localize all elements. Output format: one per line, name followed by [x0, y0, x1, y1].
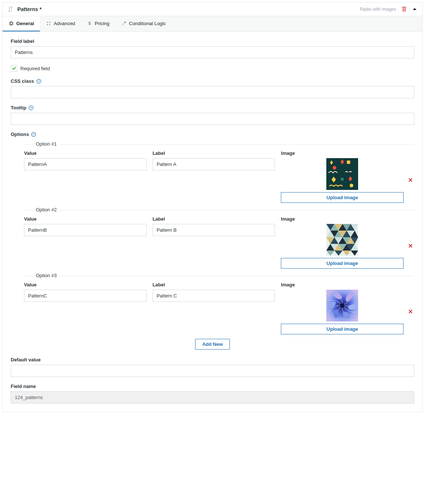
- tooltip-caption: Tooltip: [11, 105, 26, 110]
- image-caption: Image: [281, 150, 295, 156]
- tab-label: General: [16, 21, 34, 26]
- svg-text:?: ?: [38, 79, 40, 83]
- option-block: Option #2 Value Label Image: [24, 210, 414, 269]
- value-caption: Value: [24, 282, 147, 287]
- field-label-caption: Field label: [11, 38, 414, 44]
- tab-conditional-logic[interactable]: Conditional Logic: [115, 16, 172, 31]
- tab-content: Field label Required field CSS class ? T…: [3, 32, 422, 412]
- svg-text:$: $: [89, 21, 91, 25]
- option-label-input[interactable]: [153, 224, 275, 236]
- svg-point-15: [350, 184, 353, 187]
- dollar-icon: $: [87, 21, 92, 26]
- tab-label: Conditional Logic: [129, 21, 166, 26]
- sliders-icon: [46, 21, 51, 26]
- svg-point-0: [47, 22, 48, 23]
- wand-icon: [121, 21, 127, 26]
- remove-option-icon[interactable]: ✕: [407, 242, 414, 249]
- svg-point-21: [334, 309, 339, 318]
- upload-image-button[interactable]: Upload image: [281, 192, 404, 203]
- tab-pricing[interactable]: $ Pricing: [81, 16, 115, 31]
- option-thumbnail: [326, 290, 358, 321]
- option-label-input[interactable]: [153, 290, 275, 302]
- field-editor-panel: Patterns * Radio with images General Adv…: [2, 2, 423, 412]
- svg-text:?: ?: [30, 106, 32, 109]
- css-class-input[interactable]: [11, 86, 414, 98]
- svg-point-13: [333, 166, 336, 170]
- collapse-icon[interactable]: [412, 7, 417, 11]
- tab-label: Pricing: [95, 21, 109, 26]
- default-value-input[interactable]: [11, 365, 414, 377]
- option-value-input[interactable]: [24, 290, 147, 302]
- value-caption: Value: [24, 216, 147, 222]
- remove-option-icon[interactable]: ✕: [407, 308, 414, 315]
- option-thumbnail: [326, 158, 358, 190]
- trash-icon[interactable]: [401, 6, 407, 12]
- field-type-label: Radio with images: [360, 7, 396, 12]
- help-icon[interactable]: ?: [31, 132, 36, 137]
- tabs: General Advanced $ Pricing Conditional L…: [3, 16, 422, 32]
- gear-icon: [8, 21, 14, 26]
- panel-header: Patterns * Radio with images: [3, 3, 422, 16]
- image-caption: Image: [281, 216, 295, 222]
- help-icon[interactable]: ?: [28, 105, 34, 110]
- svg-point-24: [340, 303, 344, 308]
- svg-rect-14: [340, 177, 344, 181]
- value-caption: Value: [24, 150, 147, 156]
- option-value-input[interactable]: [24, 158, 147, 170]
- tooltip-input[interactable]: [11, 113, 414, 125]
- field-name-input: [11, 391, 414, 403]
- option-block: Option #1 Value Label Image: [24, 144, 414, 203]
- option-block: Option #3 Value Label Image: [24, 276, 414, 334]
- remove-option-icon[interactable]: ✕: [407, 177, 414, 184]
- field-label-input[interactable]: [11, 46, 414, 58]
- svg-point-3: [50, 24, 51, 25]
- required-label: Required field: [20, 66, 50, 71]
- upload-image-button[interactable]: Upload image: [281, 324, 404, 334]
- option-label-input[interactable]: [153, 158, 275, 170]
- svg-text:?: ?: [33, 133, 35, 136]
- required-checkbox[interactable]: [11, 65, 17, 72]
- default-value-caption: Default value: [11, 357, 414, 362]
- svg-point-1: [50, 22, 51, 23]
- label-caption: Label: [153, 216, 275, 222]
- option-legend: Option #2: [33, 207, 59, 212]
- option-legend: Option #3: [33, 273, 59, 278]
- svg-rect-12: [347, 160, 350, 164]
- tab-general[interactable]: General: [3, 16, 40, 31]
- tab-advanced[interactable]: Advanced: [40, 16, 81, 31]
- label-caption: Label: [153, 150, 275, 156]
- options-caption: Options: [11, 132, 29, 137]
- option-value-input[interactable]: [24, 224, 147, 236]
- option-thumbnail: [326, 224, 358, 256]
- upload-image-button[interactable]: Upload image: [281, 258, 404, 269]
- drag-handle-icon[interactable]: [8, 6, 13, 12]
- svg-point-2: [47, 24, 48, 25]
- option-legend: Option #1: [33, 141, 59, 147]
- add-new-button[interactable]: Add New: [195, 339, 230, 350]
- field-name-caption: Field name: [11, 384, 414, 389]
- image-caption: Image: [281, 282, 295, 287]
- label-caption: Label: [153, 282, 275, 287]
- panel-title: Patterns *: [17, 6, 41, 12]
- css-class-caption: CSS class: [11, 78, 34, 84]
- help-icon[interactable]: ?: [36, 79, 41, 84]
- tab-label: Advanced: [54, 21, 75, 26]
